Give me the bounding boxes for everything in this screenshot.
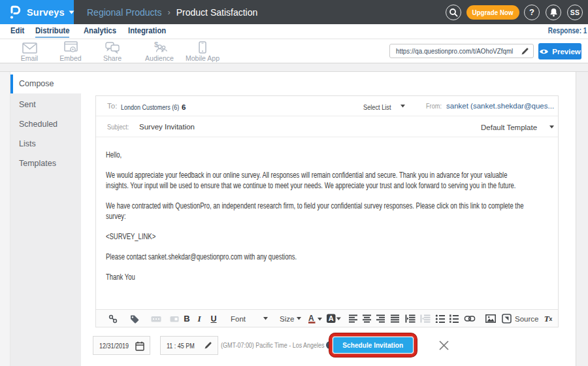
breadcrumb-current: Product Satisfaction <box>176 7 258 18</box>
compose-card: To: London Customers (6)6 Select List Fr… <box>95 95 559 327</box>
subject-row: Subject: Survey Invitation Default Templ… <box>96 116 558 137</box>
align-left-icon[interactable] <box>349 310 358 327</box>
to-row: To: London Customers (6)6 Select List Fr… <box>96 96 558 116</box>
subject-label: Subject: <box>107 116 129 137</box>
svg-text:$: $ <box>154 41 158 48</box>
schedule-date-field[interactable]: 12/31/2019 <box>93 336 150 355</box>
email-body-editor[interactable]: Hello, We would appreciate your feedback… <box>96 137 558 309</box>
left-gutter <box>0 72 10 366</box>
upgrade-now-button[interactable]: Upgrade Now <box>466 5 519 20</box>
channel-mobile-app[interactable]: Mobile App <box>178 41 227 62</box>
align-justify-icon[interactable] <box>391 310 400 327</box>
schedule-date-value: 12/31/2019 <box>99 342 122 350</box>
sidebar-item-templates-label: Templates <box>19 159 56 168</box>
sidebar-item-lists[interactable]: Lists <box>10 134 81 154</box>
bold-button[interactable]: B <box>184 310 189 327</box>
tag-icon[interactable] <box>130 310 140 327</box>
to-recipient[interactable]: London Customers (6)6 <box>121 96 186 118</box>
notifications-button[interactable] <box>546 5 561 20</box>
size-dropdown-label: Size <box>280 315 294 323</box>
sidebar-item-templates[interactable]: Templates <box>10 154 81 173</box>
eye-icon <box>539 48 549 55</box>
sidebar-item-sent[interactable]: Sent <box>10 95 81 114</box>
widget-button-icon[interactable] <box>170 310 179 327</box>
tab-integration[interactable]: Integration <box>128 25 167 38</box>
edit-url-pencil-icon[interactable] <box>521 47 529 56</box>
sidebar-item-compose[interactable]: Compose <box>10 75 81 93</box>
to-label: To: <box>107 96 117 116</box>
select-list-caret-icon[interactable] <box>400 105 405 108</box>
distribute-toolbar: Email Embed Share $ Audience Mobile App … <box>0 39 588 63</box>
widget-field-icon[interactable] <box>151 310 161 327</box>
sidebar-item-scheduled[interactable]: Scheduled <box>10 114 81 134</box>
response-count[interactable]: Response: 1 <box>540 26 579 35</box>
remove-format-button[interactable]: Tx <box>544 310 553 327</box>
timezone-label: (GMT-07:00) Pacific Time - Los Angeles <box>221 337 324 354</box>
numbered-list-icon[interactable] <box>449 310 459 327</box>
body-paragraph: We have contracted with QuestionPro, an … <box>106 201 558 222</box>
compose-sidebar: Compose Sent Scheduled Lists Templates <box>10 75 81 366</box>
tab-analytics[interactable]: Analytics <box>84 25 116 38</box>
size-dropdown[interactable]: Size <box>280 310 294 327</box>
align-center-icon[interactable] <box>363 310 372 327</box>
align-right-icon[interactable] <box>376 310 385 327</box>
remove-format-label: T <box>544 314 549 324</box>
preview-label: Preview <box>552 48 580 56</box>
insert-image-icon[interactable] <box>485 310 496 327</box>
insert-link-icon[interactable] <box>465 310 476 327</box>
bell-icon <box>549 8 558 17</box>
breadcrumb-parent[interactable]: Regional Products <box>87 7 161 18</box>
underline-button[interactable]: U <box>210 310 216 327</box>
help-button[interactable]: ? <box>524 5 540 20</box>
content-divider-band <box>0 63 588 72</box>
close-icon[interactable] <box>438 340 449 351</box>
svg-text:A: A <box>308 314 314 323</box>
to-recipient-label: London Customers (6) <box>121 97 166 118</box>
avatar-initials: SS <box>570 8 580 16</box>
survey-url-field[interactable]: https://qa.questionpro.com/t/AOhoVZfqml <box>389 44 534 58</box>
svg-text:A: A <box>329 314 334 322</box>
sidebar-item-lists-label: Lists <box>19 139 36 148</box>
template-caret-icon[interactable] <box>549 125 554 129</box>
product-switcher[interactable]: Surveys <box>0 0 74 24</box>
source-button[interactable]: Source <box>502 310 538 327</box>
indent-increase-icon[interactable] <box>405 310 416 327</box>
text-color-button[interactable]: A <box>308 310 323 327</box>
schedule-invitation-label: Schedule Invitation <box>343 341 404 349</box>
from-label: From: <box>426 96 442 116</box>
tab-edit[interactable]: Edit <box>10 25 25 38</box>
response-count-label: Response: 1 <box>548 26 579 35</box>
template-dropdown[interactable]: Default Template <box>481 116 537 138</box>
from-value[interactable]: sanket (sanket.shekdar@ques... <box>446 96 554 116</box>
channel-share-label: Share <box>88 54 137 62</box>
scrollbar-track[interactable] <box>576 72 588 366</box>
preview-button[interactable]: Preview <box>538 43 581 59</box>
background-color-button[interactable]: A <box>327 310 341 327</box>
font-dropdown[interactable]: Font <box>231 310 246 327</box>
bulleted-list-icon[interactable] <box>436 310 446 327</box>
editor-toolbar: B I U Font Size A A Source Tx <box>96 309 558 327</box>
calendar-icon[interactable] <box>135 341 144 351</box>
body-paragraph: <SURVEY_LINK> <box>106 231 558 242</box>
source-icon <box>502 314 512 324</box>
top-navbar: Surveys Regional Products › Product Sati… <box>0 0 588 24</box>
schedule-time-field[interactable]: 11 : 45 PM <box>160 336 218 355</box>
tab-distribute[interactable]: Distribute <box>35 25 69 38</box>
channel-audience[interactable]: $ Audience <box>135 41 184 62</box>
italic-button[interactable]: I <box>197 310 201 327</box>
template-label: Default Template <box>481 124 537 131</box>
schedule-invitation-button[interactable]: Schedule Invitation <box>333 337 413 353</box>
mobile-app-icon <box>178 41 227 54</box>
breadcrumb: Regional Products › Product Satisfaction <box>87 0 257 24</box>
tab-analytics-label: Analytics <box>84 25 113 37</box>
channel-share[interactable]: Share <box>88 41 137 62</box>
body-paragraph: Hello, <box>106 150 558 160</box>
avatar[interactable]: SS <box>567 5 583 20</box>
search-button[interactable] <box>446 5 461 20</box>
select-list-dropdown[interactable]: Select List <box>363 96 391 118</box>
font-caret-icon <box>263 310 268 327</box>
edit-time-pencil-icon[interactable] <box>204 341 212 350</box>
subject-value[interactable]: Survey Invitation <box>139 116 195 137</box>
indent-decrease-icon[interactable] <box>420 310 431 327</box>
anchor-icon[interactable] <box>108 310 118 327</box>
